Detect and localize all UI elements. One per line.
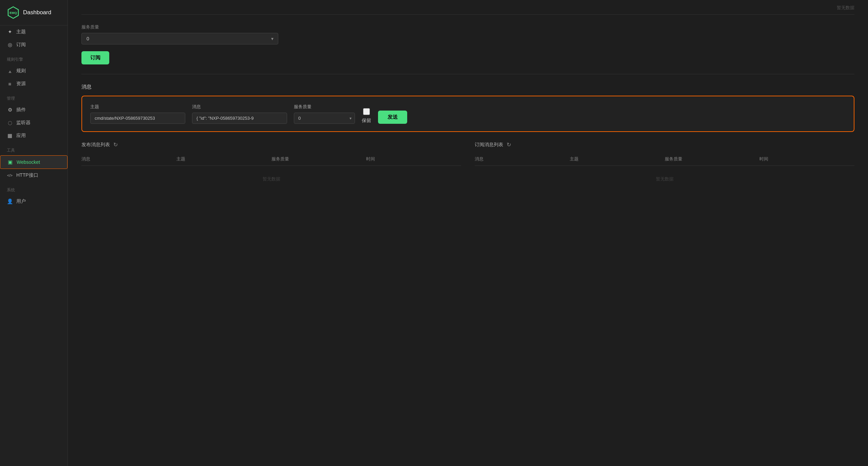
topic-icon: ✦ — [7, 29, 13, 35]
message-section-title: 消息 — [81, 84, 854, 90]
message-field: 消息 — [192, 104, 287, 124]
no-data-top: 暂无数据 — [837, 5, 854, 11]
section-divider — [81, 74, 854, 74]
subscribe-col-qos: 服务质量 — [665, 156, 760, 162]
publish-col-message: 消息 — [81, 156, 176, 162]
sidebar-item-http[interactable]: </> HTTP接口 — [0, 169, 68, 182]
send-button[interactable]: 发送 — [378, 111, 407, 124]
qos-select[interactable]: 0 1 2 — [81, 33, 278, 44]
publish-col-time: 时间 — [366, 156, 461, 162]
subscribe-col-time: 时间 — [759, 156, 854, 162]
subscribe-button[interactable]: 订阅 — [81, 51, 109, 64]
publish-refresh-button[interactable]: ↻ — [113, 141, 118, 148]
rules-icon: ⟁ — [7, 68, 13, 74]
sidebar-item-users[interactable]: 👤 用户 — [0, 195, 68, 208]
subscribe-col-message: 消息 — [475, 156, 570, 162]
sidebar-item-topic[interactable]: ✦ 主题 — [0, 25, 68, 38]
publish-col-qos: 服务质量 — [271, 156, 366, 162]
subscribe-table-header: 消息 主题 服务质量 时间 — [475, 153, 854, 166]
plugins-icon: ⚙ — [7, 107, 13, 113]
compose-qos-select[interactable]: 0 1 2 — [294, 113, 355, 124]
subscribe-msg-list: 订阅消息列表 ↻ 消息 主题 服务质量 时间 暂无数据 — [475, 141, 854, 192]
subscribe-icon: ◎ — [7, 42, 13, 48]
message-field-label: 消息 — [192, 104, 287, 110]
section-rules-title: 规则引擎 — [0, 51, 68, 64]
retain-field: 保留 — [362, 108, 371, 124]
sidebar-section-manage: 管理 ⚙ 插件 ◌ 监听器 ▦ 应用 — [0, 90, 68, 142]
qos-label: 服务质量 — [81, 24, 854, 30]
section-tools-title: 工具 — [0, 142, 68, 155]
sidebar-item-plugins[interactable]: ⚙ 插件 — [0, 103, 68, 116]
monitor-icon: ◌ — [7, 120, 13, 126]
topic-input[interactable] — [90, 113, 185, 124]
subscribe-row: 0 1 2 ▾ — [81, 33, 854, 44]
sidebar-item-rules[interactable]: ⟁ 规则 — [0, 64, 68, 77]
message-section: 消息 主题 消息 服务质量 0 1 2 — [81, 84, 854, 192]
sidebar-item-websocket[interactable]: ▣ Websocket — [0, 155, 68, 169]
section-system-title: 系统 — [0, 182, 68, 195]
publish-empty-text: 暂无数据 — [81, 166, 461, 192]
resources-icon: ≡ — [7, 81, 13, 87]
compose-qos-field: 服务质量 0 1 2 ▾ — [294, 104, 355, 124]
main-content: 暂无数据 服务质量 0 1 2 ▾ 订阅 消息 主题 — [68, 0, 868, 466]
app-title: Dashboard — [23, 9, 51, 16]
subscribe-col-topic: 主题 — [570, 156, 665, 162]
sidebar-section-system: 系统 👤 用户 — [0, 182, 68, 208]
retain-label: 保留 — [362, 118, 371, 124]
logo-icon: EMQ — [7, 6, 20, 19]
sidebar-section-rules: 规则引擎 ⟁ 规则 ≡ 资源 — [0, 51, 68, 90]
compose-qos-wrapper: 0 1 2 ▾ — [294, 113, 355, 124]
subscribe-section: 服务质量 0 1 2 ▾ 订阅 — [81, 24, 854, 64]
logo-area: EMQ Dashboard — [0, 0, 68, 25]
http-icon: </> — [7, 173, 13, 177]
compose-qos-label: 服务质量 — [294, 104, 355, 110]
sidebar-item-subscribe[interactable]: ◎ 订阅 — [0, 38, 68, 51]
sidebar-item-resources[interactable]: ≡ 资源 — [0, 77, 68, 90]
topic-field-label: 主题 — [90, 104, 185, 110]
sidebar-item-apps[interactable]: ▦ 应用 — [0, 129, 68, 142]
message-input[interactable] — [192, 113, 287, 124]
subscribe-refresh-button[interactable]: ↻ — [507, 141, 511, 148]
svg-text:EMQ: EMQ — [10, 11, 17, 15]
sidebar-section-main: ✦ 主题 ◎ 订阅 — [0, 25, 68, 51]
topic-field: 主题 — [90, 104, 185, 124]
websocket-icon: ▣ — [7, 159, 13, 165]
subscribe-list-header-row: 订阅消息列表 ↻ — [475, 141, 854, 148]
top-bar: 暂无数据 — [81, 0, 854, 15]
qos-select-wrapper: 0 1 2 ▾ — [81, 33, 278, 44]
publish-col-topic: 主题 — [176, 156, 271, 162]
sidebar: EMQ Dashboard ✦ 主题 ◎ 订阅 规则引擎 ⟁ 规则 ≡ 资源 管… — [0, 0, 68, 466]
publish-table-header: 消息 主题 服务质量 时间 — [81, 153, 461, 166]
publish-list: 发布消息列表 ↻ 消息 主题 服务质量 时间 暂无数据 — [81, 141, 461, 192]
publish-list-title: 发布消息列表 — [81, 142, 110, 148]
sidebar-section-tools: 工具 ▣ Websocket </> HTTP接口 — [0, 142, 68, 182]
retain-checkbox[interactable] — [363, 108, 370, 115]
apps-icon: ▦ — [7, 133, 13, 139]
section-manage-title: 管理 — [0, 90, 68, 103]
subscribe-empty-text: 暂无数据 — [475, 166, 854, 192]
message-lists: 发布消息列表 ↻ 消息 主题 服务质量 时间 暂无数据 订阅消息列表 ↻ — [81, 141, 854, 192]
message-compose-box: 主题 消息 服务质量 0 1 2 ▾ — [81, 96, 854, 132]
user-icon: 👤 — [7, 198, 13, 205]
publish-list-header-row: 发布消息列表 ↻ — [81, 141, 461, 148]
subscribe-list-title: 订阅消息列表 — [475, 142, 503, 148]
sidebar-item-monitor[interactable]: ◌ 监听器 — [0, 116, 68, 129]
